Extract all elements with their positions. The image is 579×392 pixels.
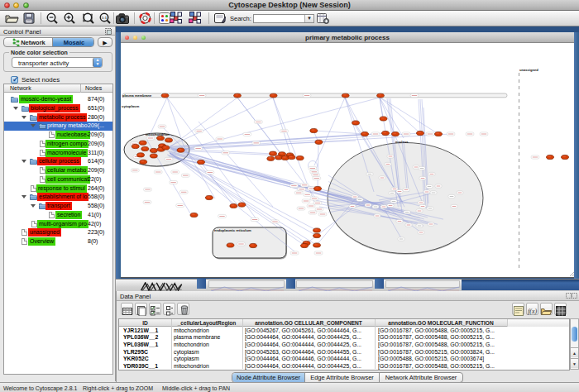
svg-text:cytoplasm: cytoplasm — [122, 104, 139, 108]
svg-text:mitochondrion: mitochondrion — [146, 132, 170, 136]
svg-text:1:1: 1:1 — [102, 16, 108, 20]
svg-text:unassigned: unassigned — [519, 68, 538, 72]
svg-text:f(x): f(x) — [528, 308, 537, 315]
svg-text:plasma membrane: plasma membrane — [122, 93, 152, 98]
svg-text:endoplasmic reticulum: endoplasmic reticulum — [214, 228, 251, 232]
